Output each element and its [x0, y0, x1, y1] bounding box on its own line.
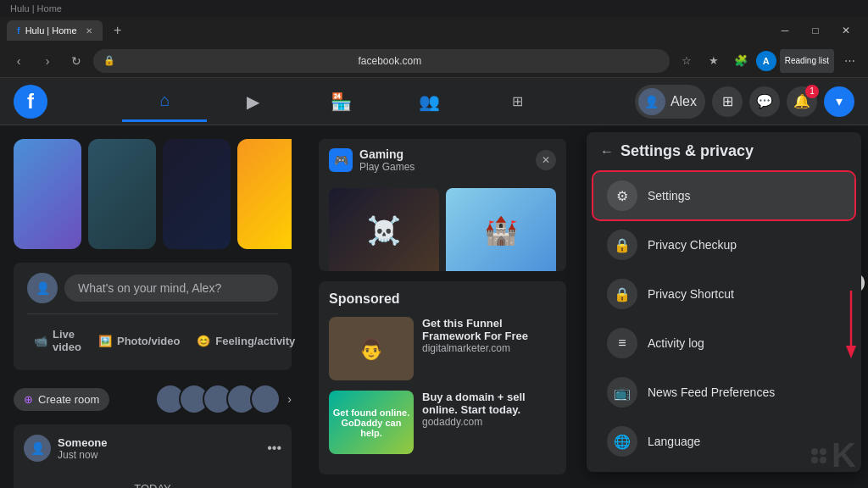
apps-grid-icon[interactable]: ⊞ — [712, 86, 743, 117]
contact-bubble-5[interactable] — [250, 384, 281, 414]
watermark-dots — [811, 448, 826, 463]
fb-left-sidebar: › 👤 What's on your mind, Alex? 📹 Live vi… — [0, 125, 305, 488]
edge-profile[interactable]: A — [756, 51, 776, 71]
minimize-button[interactable]: ─ — [770, 17, 800, 44]
settings-item-privacy-checkup[interactable]: 🔒 Privacy Checkup — [593, 221, 854, 269]
extensions-icon[interactable]: 🧩 — [729, 49, 753, 73]
fb-right-panel: ← Settings & privacy ⚙ Settings 🔒 Privac… — [580, 125, 868, 488]
settings-item-label-privacy-checkup: Privacy Checkup — [648, 238, 737, 252]
live-video-label: Live video — [53, 328, 81, 353]
active-tab[interactable]: f Hulu | Home ✕ — [7, 20, 103, 41]
fb-favicon: f — [17, 25, 20, 36]
post-timestamp: Just now — [58, 449, 108, 461]
gaming-subtitle: Play Games — [359, 161, 415, 173]
gaming-close-button[interactable]: ✕ — [536, 150, 556, 170]
messenger-icon[interactable]: 💬 — [749, 86, 780, 117]
settings-item-label-activity-log: Activity log — [648, 336, 704, 350]
post-options-button[interactable]: ••• — [267, 441, 281, 456]
post-author-avatar: 👤 — [24, 435, 51, 462]
nav-home[interactable]: ⌂ — [122, 81, 207, 122]
fb-logo[interactable]: f — [14, 85, 47, 119]
feeling-button[interactable]: 😊 Feeling/activity — [190, 321, 302, 360]
create-room-label: Create room — [38, 393, 99, 406]
watermark: K — [811, 436, 854, 474]
fb-nav: ⌂ ▶ 🏪 👥 ⊞ — [122, 81, 559, 122]
live-video-button[interactable]: 📹 Live video — [27, 321, 88, 360]
story-card-1[interactable] — [14, 139, 81, 249]
nav-marketplace[interactable]: 🏪 — [298, 81, 383, 122]
user-profile-button[interactable]: 👤 Alex — [635, 85, 705, 119]
browser-frame: f Hulu | Home ✕ + ─ □ ✕ — [0, 17, 868, 44]
sponsored-item-2[interactable]: Get found online. GoDaddy can help. Buy … — [329, 391, 556, 454]
game-card-1[interactable]: ☠️ Pirates Of The Caribbean: TOW Sail. B… — [329, 188, 439, 271]
settings-privacy-panel: ← Settings & privacy ⚙ Settings 🔒 Privac… — [587, 132, 861, 472]
fb-main: f ⌂ ▶ 🏪 👥 ⊞ 👤 Alex ⊞ 💬 🔔 1 ▾ — [0, 78, 868, 488]
sponsored-text-1: Get this Funnel Framework For Free digit… — [422, 317, 556, 354]
privacy-shortcut-icon: 🔒 — [607, 279, 637, 309]
close-button[interactable]: ✕ — [831, 17, 861, 44]
gaming-popup-header: 🎮 Gaming Play Games ✕ — [319, 139, 566, 181]
address-bar[interactable]: 🔒 facebook.com — [93, 49, 670, 73]
back-button[interactable]: ‹ — [7, 49, 31, 73]
settings-item-privacy-shortcut[interactable]: 🔒 Privacy Shortcut — [593, 270, 854, 318]
window-controls: ─ □ ✕ — [770, 17, 861, 44]
feeling-label: Feeling/activity — [215, 335, 295, 347]
feeling-icon: 😊 — [197, 335, 210, 347]
address-text: facebook.com — [120, 55, 659, 67]
settings-item-label-language: Language — [648, 435, 700, 448]
post-actions: 📹 Live video 🖼️ Photo/video 😊 Feeling/ac… — [27, 321, 278, 360]
stories-row: › — [14, 139, 292, 249]
sponsored-title: Sponsored — [329, 291, 556, 307]
post-input-field[interactable]: What's on your mind, Alex? — [64, 274, 278, 302]
maximize-button[interactable]: □ — [800, 17, 831, 44]
create-room-button[interactable]: ⊕ Create room — [14, 388, 109, 411]
sponsored-thumb-1: 👨 — [329, 317, 414, 380]
post-author-info: Someone Just now — [58, 436, 108, 461]
refresh-button[interactable]: ↻ — [64, 49, 88, 73]
gaming-logo-icon: 🎮 — [329, 148, 353, 172]
settings-back-button[interactable]: ← — [600, 144, 614, 159]
privacy-checkup-icon: 🔒 — [607, 230, 637, 260]
settings-item-news-feed[interactable]: 📺 News Feed Preferences — [593, 369, 854, 416]
nav-watch[interactable]: ▶ — [210, 81, 295, 122]
fb-content: › 👤 What's on your mind, Alex? 📹 Live vi… — [0, 125, 868, 488]
gaming-games-row: ☠️ Pirates Of The Caribbean: TOW Sail. B… — [319, 181, 566, 271]
settings-item-label-news-feed: News Feed Preferences — [648, 385, 775, 399]
nav-groups[interactable]: 👥 — [387, 81, 471, 122]
story-card-2[interactable] — [88, 139, 156, 249]
browser-tabs: f Hulu | Home ✕ + — [7, 20, 130, 41]
story-card-4[interactable] — [237, 139, 292, 249]
tab-close-icon[interactable]: ✕ — [86, 26, 92, 36]
browser-toolbar: ‹ › ↻ 🔒 facebook.com ☆ ★ 🧩 A Reading lis… — [0, 44, 868, 78]
nav-gaming[interactable]: ⊞ — [475, 81, 559, 122]
notifications-icon[interactable]: 🔔 1 — [787, 86, 817, 117]
browser-menu-icon[interactable]: ⋯ — [837, 49, 861, 73]
user-name-label: Alex — [670, 94, 697, 109]
notification-badge: 1 — [805, 85, 819, 98]
sponsored-section: Sponsored 👨 Get this Funnel Framework Fo… — [319, 281, 566, 474]
user-avatar: 👤 — [638, 88, 665, 115]
settings-panel-header: ← Settings & privacy — [587, 132, 861, 170]
news-feed-icon: 📺 — [607, 377, 637, 408]
game-card-2[interactable]: 🏰 Disney Magic Kingdoms The Most Magical… — [446, 188, 556, 271]
settings-item-settings[interactable]: ⚙ Settings — [593, 172, 854, 219]
sponsored-item-1[interactable]: 👨 Get this Funnel Framework For Free dig… — [329, 317, 556, 380]
photo-video-icon: 🖼️ — [98, 335, 112, 347]
lock-icon: 🔒 — [103, 55, 115, 66]
room-row-chevron[interactable]: › — [287, 392, 292, 406]
settings-item-activity-log[interactable]: ≡ Activity log — [593, 319, 854, 367]
new-tab-button[interactable]: + — [106, 20, 130, 41]
fb-header-right: 👤 Alex ⊞ 💬 🔔 1 ▾ — [635, 85, 854, 119]
photo-video-button[interactable]: 🖼️ Photo/video — [92, 321, 186, 360]
game-thumb-1: ☠️ — [329, 188, 439, 271]
star-icon[interactable]: ☆ — [675, 49, 698, 73]
reading-list-button[interactable]: Reading list — [780, 49, 834, 73]
gaming-title: Gaming — [359, 147, 415, 161]
gaming-popup-title: Gaming Play Games — [359, 147, 415, 173]
forward-button[interactable]: › — [36, 49, 59, 73]
post-author-name: Someone — [58, 436, 108, 449]
account-menu-icon[interactable]: ▾ — [824, 86, 854, 117]
story-card-3[interactable] — [163, 139, 231, 249]
collections-icon[interactable]: ★ — [702, 49, 726, 73]
sponsored-thumb-2: Get found online. GoDaddy can help. — [329, 391, 414, 454]
